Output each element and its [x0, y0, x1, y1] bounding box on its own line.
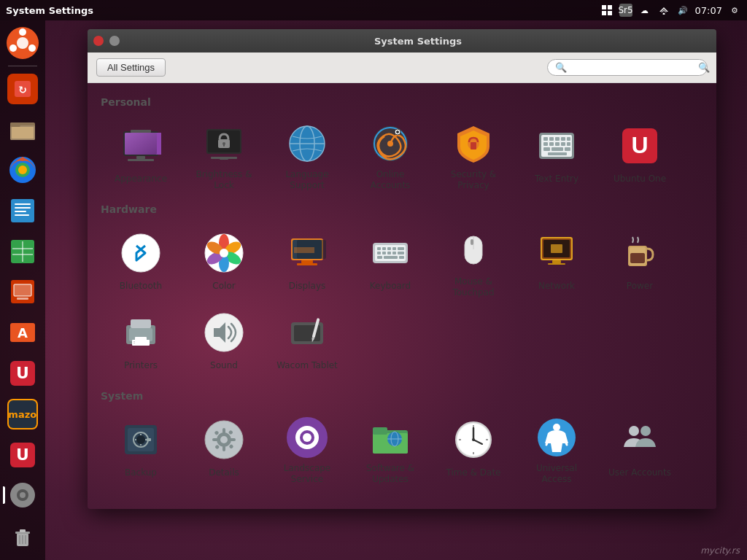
svg-text:U: U	[631, 132, 648, 158]
settings-item-wacom-tablet[interactable]: Wacom Tablet	[267, 302, 347, 378]
settings-item-security-privacy[interactable]: Security &Privacy	[433, 115, 514, 192]
launcher-item-files[interactable]	[3, 110, 42, 149]
svg-rect-159	[222, 446, 225, 451]
launcher-item-ubuntu-one-2[interactable]: U	[3, 435, 42, 475]
launcher-item-software-center[interactable]: A	[3, 313, 42, 352]
settings-item-backup[interactable]: Backup	[101, 409, 181, 486]
svg-text:A: A	[18, 325, 28, 341]
svg-rect-110	[382, 247, 386, 250]
settings-item-software-updates[interactable]: Software &Updates	[350, 409, 430, 486]
svg-rect-129	[548, 263, 565, 265]
settings-item-printers[interactable]: Printers	[101, 302, 181, 378]
settings-item-text-entry[interactable]: Text Entry	[516, 115, 597, 192]
launcher-item-impress[interactable]	[3, 273, 42, 312]
svg-point-188	[640, 426, 651, 436]
section-system: System	[101, 390, 703, 486]
settings-item-details[interactable]: Details	[184, 409, 264, 486]
displays-label: Displays	[289, 281, 325, 292]
launcher-item-system-settings[interactable]: System Settings	[3, 475, 42, 515]
svg-rect-121	[399, 256, 404, 259]
svg-rect-124	[471, 239, 473, 245]
window-titlebar: System Settings	[88, 29, 716, 52]
svg-point-7	[19, 28, 26, 36]
launcher-item-amazon[interactable]: amazon	[3, 394, 42, 434]
keyboard-icon	[367, 230, 414, 276]
power-icon	[616, 230, 663, 276]
svg-rect-76	[543, 137, 548, 141]
search-box: 🔍 🔍	[547, 59, 708, 76]
settings-item-sound[interactable]: Sound	[184, 302, 264, 378]
svg-rect-2	[602, 11, 606, 15]
all-settings-button[interactable]: All Settings	[96, 58, 166, 77]
settings-item-landscape-service[interactable]: LandscapeService	[267, 409, 347, 486]
svg-rect-111	[387, 247, 391, 250]
settings-item-displays[interactable]: Displays	[267, 222, 347, 299]
universal-access-label: UniversalAccess	[536, 463, 577, 486]
svg-rect-22	[15, 211, 26, 212]
search-icon-right[interactable]: 🔍	[698, 62, 710, 73]
panel-gear-icon[interactable]: ⚙	[728, 4, 741, 17]
window-toolbar: All Settings 🔍 🔍	[88, 52, 716, 83]
network-label: Network	[538, 281, 575, 292]
launcher-item-writer[interactable]	[3, 191, 42, 230]
settings-item-brightness-lock[interactable]: Brightness &Lock	[184, 115, 264, 192]
svg-rect-160	[212, 438, 218, 441]
settings-item-mouse-touchpad[interactable]: Mouse &Touchpad	[433, 222, 514, 299]
settings-item-language-support[interactable]: LanguageSupport	[267, 115, 347, 192]
svg-point-18	[18, 166, 27, 174]
launcher-item-trash[interactable]	[3, 518, 42, 557]
bluetooth-icon	[117, 230, 164, 276]
settings-item-keyboard[interactable]: Keyboard	[350, 222, 430, 299]
system-settings-window: System Settings All Settings 🔍 🔍 Persona…	[88, 29, 716, 509]
window-minimize-button[interactable]	[109, 36, 120, 46]
sound-icon[interactable]: 🔊	[676, 4, 689, 17]
svg-point-186	[553, 424, 560, 431]
svg-point-100	[220, 249, 228, 257]
launcher-item-calc[interactable]	[3, 232, 42, 271]
settings-item-online-accounts[interactable]: OnlineAccounts	[350, 115, 430, 192]
svg-rect-87	[551, 147, 563, 151]
details-icon	[201, 416, 247, 463]
network-icon[interactable]	[657, 4, 670, 17]
settings-item-color[interactable]: Color	[184, 222, 264, 299]
keyboard-label: Keyboard	[370, 281, 411, 292]
svg-rect-52	[125, 133, 157, 155]
time-date-label: Time & Date	[446, 467, 500, 479]
launcher-item-update-manager[interactable]: ↻	[3, 69, 42, 109]
launcher-item-firefox[interactable]	[3, 150, 42, 190]
settings-item-user-accounts[interactable]: User Accounts	[600, 409, 680, 486]
cloud-icon[interactable]: ☁	[638, 4, 651, 17]
settings-item-ubuntu-one[interactable]: U Ubuntu One	[600, 115, 680, 192]
svg-rect-114	[377, 252, 381, 254]
user-menu-icon[interactable]: Sr5	[619, 4, 632, 17]
window-close-button[interactable]	[93, 36, 104, 46]
svg-rect-115	[382, 252, 386, 254]
desktop: System Settings Sr5 ☁	[0, 0, 747, 560]
settings-item-appearance[interactable]: Appearance	[101, 115, 181, 192]
search-icon-left: 🔍	[555, 62, 567, 73]
svg-point-9	[9, 44, 17, 52]
search-input[interactable]	[571, 62, 694, 73]
svg-rect-158	[222, 428, 225, 434]
hardware-items-grid: Bluetooth	[101, 222, 703, 378]
svg-rect-172	[373, 427, 387, 435]
time-date-icon	[450, 416, 497, 463]
wacom-tablet-icon	[284, 309, 330, 356]
user-accounts-label: User Accounts	[608, 467, 671, 479]
svg-rect-113	[398, 247, 404, 250]
svg-rect-14	[10, 122, 20, 127]
launcher-item-ubuntu[interactable]	[3, 23, 42, 63]
launcher-item-ubuntu-one[interactable]: U	[3, 354, 42, 393]
svg-rect-120	[384, 256, 398, 259]
svg-rect-0	[602, 5, 606, 9]
settings-item-time-date[interactable]: Time & Date	[433, 409, 514, 486]
svg-rect-79	[561, 137, 565, 141]
settings-item-network[interactable]: Network	[516, 222, 597, 299]
watermark: mycity.rs	[700, 545, 740, 556]
settings-item-universal-access[interactable]: UniversalAccess	[516, 409, 597, 486]
svg-rect-59	[211, 157, 237, 159]
settings-item-bluetooth[interactable]: Bluetooth	[101, 222, 181, 299]
launcher-divider-1	[8, 66, 37, 66]
settings-item-power[interactable]: Power	[600, 222, 680, 299]
grid-icon[interactable]	[600, 4, 614, 17]
